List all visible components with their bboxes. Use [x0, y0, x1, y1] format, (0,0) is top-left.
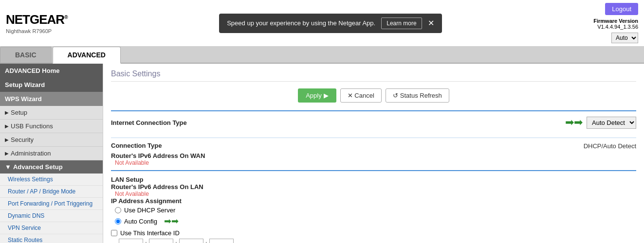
sidebar-item-setup-wizard[interactable]: Setup Wizard: [0, 78, 103, 92]
firmware-label: Firmware Version: [593, 18, 638, 24]
header-right: Logout Firmware Version V1.4.4.94_1.3.56…: [593, 3, 638, 43]
tabs-bar: BASIC ADVANCED: [0, 47, 644, 64]
header: NETGEAR® Nighthawk R7960P Speed up your …: [0, 0, 644, 47]
auto-config-radio[interactable]: [115, 218, 121, 225]
connection-type-section: Connection Type DHCP/Auto Detect Router'…: [111, 138, 636, 170]
right-arrow-icon: ➡➡: [565, 116, 583, 129]
status-label: Status Refresh: [400, 92, 442, 99]
notification-text: Speed up your experience by using the Ne…: [227, 19, 375, 27]
apply-button[interactable]: Apply ▶: [298, 88, 336, 103]
connection-type-value: DHCP/Auto Detect: [584, 142, 636, 150]
use-dhcp-label: Use DHCP Server: [124, 207, 175, 214]
auto-detect-area: ➡➡ Auto Detect DHCP PPPoE Static IP PPTP…: [565, 116, 636, 129]
ipv6-wan-not-available: Not Available: [111, 159, 636, 166]
content-area: Basic Settings Apply ▶ ✕ Cancel ↺ Status…: [103, 64, 644, 243]
use-interface-label: Use This Interface ID: [120, 229, 180, 237]
sidebar-item-security-label: Security: [11, 136, 34, 143]
sidebar: ADVANCED Home Setup Wizard WPS Wizard ▶ …: [0, 64, 103, 243]
separator-3: :: [205, 240, 207, 243]
ipv6-lan-not-available: Not Available: [111, 191, 636, 197]
auto-config-arrow-icon: ➡➡: [164, 216, 179, 226]
sidebar-sub-wireless[interactable]: Wireless Settings: [0, 174, 103, 186]
sidebar-sub-router-ap[interactable]: Router / AP / Bridge Mode: [0, 186, 103, 198]
apply-label: Apply: [306, 92, 322, 99]
sidebar-item-admin-label: Administration: [11, 150, 51, 157]
logout-button[interactable]: Logout: [605, 3, 638, 15]
interface-id-input-4[interactable]: [209, 239, 234, 243]
status-refresh-button[interactable]: ↺ Status Refresh: [386, 88, 449, 103]
sidebar-sub-port-forwarding[interactable]: Port Forwarding / Port Triggering: [0, 198, 103, 210]
cancel-button[interactable]: ✕ Cancel: [340, 88, 382, 103]
page-title: Basic Settings: [111, 69, 636, 82]
separator-2: :: [175, 240, 177, 243]
status-icon: ↺: [393, 92, 398, 99]
use-interface-row: Use This Interface ID: [111, 229, 636, 237]
interface-id-input-3[interactable]: [179, 239, 203, 243]
sidebar-advanced-setup-section[interactable]: ▼ Advanced Setup: [0, 160, 103, 174]
internet-connection-row: Internet Connection Type ➡➡ Auto Detect …: [111, 116, 636, 129]
sidebar-item-usb-label: USB Functions: [11, 122, 53, 130]
sidebar-item-usb-functions[interactable]: ▶ USB Functions: [0, 120, 103, 133]
sidebar-item-setup-label: Setup: [11, 109, 27, 116]
connection-type-label: Connection Type: [111, 142, 162, 149]
tab-advanced[interactable]: ADVANCED: [53, 47, 121, 64]
interface-id-input-1[interactable]: [119, 239, 143, 243]
logo-area: NETGEAR® Nighthawk R7960P: [6, 12, 68, 34]
sidebar-item-setup[interactable]: ▶ Setup: [0, 106, 103, 120]
interface-id-inputs: : : :: [119, 239, 636, 243]
lan-setup-label: LAN Setup: [111, 176, 636, 183]
arrow-icon: ▶: [5, 137, 9, 142]
language-select[interactable]: Auto: [611, 33, 638, 43]
logo: NETGEAR®: [6, 12, 68, 27]
use-dhcp-radio[interactable]: [115, 207, 121, 213]
sidebar-item-advanced-home[interactable]: ADVANCED Home: [0, 64, 103, 78]
firmware-info: Firmware Version V1.4.4.94_1.3.56: [593, 18, 638, 30]
sidebar-item-security[interactable]: ▶ Security: [0, 133, 103, 147]
close-notification-button[interactable]: ✕: [428, 18, 434, 28]
sidebar-sub-dynamic-dns[interactable]: Dynamic DNS: [0, 210, 103, 222]
arrow-down-icon: ▼: [5, 163, 11, 171]
use-dhcp-row: Use DHCP Server: [115, 207, 636, 214]
arrow-icon: ▶: [5, 151, 9, 156]
apply-icon: ▶: [324, 92, 329, 99]
arrow-icon: ▶: [5, 123, 9, 129]
firmware-value: V1.4.4.94_1.3.56: [597, 24, 638, 30]
internet-connection-label: Internet Connection Type: [111, 119, 187, 126]
interface-id-input-2[interactable]: [149, 239, 173, 243]
auto-config-label: Auto Config: [124, 218, 157, 225]
model-name: Nighthawk R7960P: [6, 28, 68, 34]
router-ipv6-wan-label: Router's IPv6 Address On WAN: [111, 152, 636, 159]
sidebar-item-wps-wizard[interactable]: WPS Wizard: [0, 92, 103, 106]
auto-config-row: Auto Config ➡➡: [115, 216, 636, 226]
internet-connection-section: Internet Connection Type ➡➡ Auto Detect …: [111, 110, 636, 136]
use-interface-checkbox[interactable]: [111, 230, 117, 236]
notification-bar: Speed up your experience by using the Ne…: [219, 14, 442, 33]
main-layout: ADVANCED Home Setup Wizard WPS Wizard ▶ …: [0, 64, 644, 243]
sidebar-sub-static-routes[interactable]: Static Routes: [0, 234, 103, 243]
cancel-label: ✕ Cancel: [348, 92, 374, 99]
lan-setup-section: LAN Setup Router's IPv6 Address On LAN N…: [111, 170, 636, 243]
logo-reg: ®: [64, 15, 67, 20]
ip-assignment-label: IP Address Assignment: [111, 197, 636, 205]
router-ipv6-lan-label: Router's IPv6 Address On LAN: [111, 183, 636, 191]
action-buttons: Apply ▶ ✕ Cancel ↺ Status Refresh: [111, 88, 636, 103]
learn-more-button[interactable]: Learn more: [381, 17, 422, 29]
separator-1: :: [145, 240, 147, 243]
tab-basic[interactable]: BASIC: [0, 47, 52, 63]
auto-detect-select[interactable]: Auto Detect DHCP PPPoE Static IP PPTP L2…: [587, 117, 636, 129]
connection-type-row: Connection Type DHCP/Auto Detect: [111, 142, 636, 150]
sidebar-item-administration[interactable]: ▶ Administration: [0, 147, 103, 160]
sidebar-advanced-setup-label: Advanced Setup: [13, 163, 63, 171]
sidebar-sub-vpn[interactable]: VPN Service: [0, 222, 103, 234]
arrow-icon: ▶: [5, 110, 9, 115]
